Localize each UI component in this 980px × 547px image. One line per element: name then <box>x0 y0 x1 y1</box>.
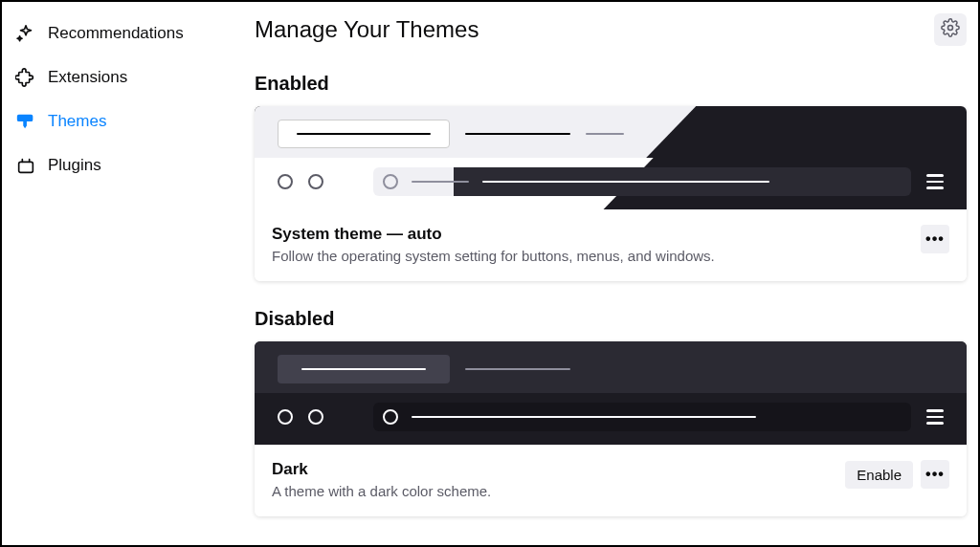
theme-name: Dark <box>272 460 491 479</box>
brush-icon <box>15 111 36 132</box>
svg-rect-0 <box>19 162 33 172</box>
theme-description: Follow the operating system setting for … <box>272 248 715 264</box>
hamburger-icon <box>926 174 944 189</box>
sidebar-item-label: Recommendations <box>48 24 184 43</box>
theme-card-dark: Dark A theme with a dark color scheme. E… <box>255 341 967 516</box>
theme-name: System theme — auto <box>272 225 715 244</box>
sidebar-item-themes[interactable]: Themes <box>2 99 228 143</box>
hamburger-icon <box>926 409 944 425</box>
sidebar: Recommendations Extensions Themes Plugin… <box>2 2 228 545</box>
section-disabled-title: Disabled <box>255 308 967 330</box>
more-icon: ••• <box>925 230 945 248</box>
more-icon: ••• <box>925 466 945 483</box>
enable-button[interactable]: Enable <box>845 461 913 489</box>
theme-description: A theme with a dark color scheme. <box>272 483 491 499</box>
sidebar-item-label: Plugins <box>48 156 101 175</box>
theme-more-button[interactable]: ••• <box>921 225 949 253</box>
theme-card-system: System theme — auto Follow the operating… <box>255 106 967 281</box>
section-enabled-title: Enabled <box>255 73 967 95</box>
main-panel: Manage Your Themes Enabled <box>228 2 978 545</box>
puzzle-icon <box>15 67 36 88</box>
sparkle-icon <box>15 23 36 44</box>
page-title: Manage Your Themes <box>255 16 479 43</box>
theme-preview <box>255 106 967 209</box>
gear-icon <box>941 18 960 41</box>
plugin-icon <box>15 155 36 176</box>
sidebar-item-label: Extensions <box>48 68 127 87</box>
sidebar-item-recommendations[interactable]: Recommendations <box>2 11 228 55</box>
theme-more-button[interactable]: ••• <box>921 460 949 489</box>
sidebar-item-label: Themes <box>48 112 106 131</box>
theme-preview <box>255 341 967 445</box>
sidebar-item-plugins[interactable]: Plugins <box>2 143 228 187</box>
settings-button[interactable] <box>934 13 967 46</box>
sidebar-item-extensions[interactable]: Extensions <box>2 55 228 99</box>
svg-point-1 <box>948 26 953 31</box>
